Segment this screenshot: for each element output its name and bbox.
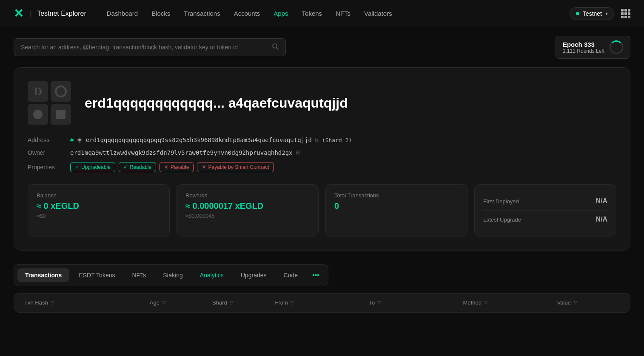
address-details: Address # ⋕ erd1qqqqqqqqqqqqqqpgq9ss82g5… — [28, 137, 616, 172]
filter-from-icon[interactable]: ▽ — [291, 300, 294, 305]
txn-value: 0 — [334, 201, 459, 211]
grid-dot-2 — [624, 9, 627, 11]
balance-usd: ≈$0 — [37, 213, 161, 219]
prop-payable-sc-label: Payable by Smart Contract — [208, 164, 269, 170]
prop-upgradeable: ✓ Upgradeable — [70, 162, 115, 172]
nav-transactions[interactable]: Transactions — [184, 10, 220, 17]
epoch-box: Epoch 333 1,111 Rounds Left — [556, 36, 630, 59]
txn-card: Total Transactions 0 — [325, 184, 467, 236]
filter-to-icon[interactable]: ▽ — [377, 300, 381, 305]
th-shard: Shard ▽ — [212, 299, 275, 306]
owner-label: Owner — [28, 149, 62, 156]
avatar-shape-circle — [55, 85, 67, 97]
address-value: # ⋕ erd1qqqqqqqqqqqqqqpgq9ss82g55h3k9689… — [70, 137, 352, 143]
latest-upgrade-row: Latest Upgrade N/A — [483, 211, 607, 228]
grid-dot-7 — [621, 16, 624, 18]
rewards-label: Rewards — [185, 192, 310, 199]
balance-label: Balance — [37, 192, 161, 199]
th-shard-label: Shard — [212, 299, 227, 306]
svg-line-1 — [276, 48, 278, 49]
tabs-bar: Transactions ESDT Tokens NFTs Staking An… — [14, 264, 328, 286]
rewards-usd: ≈$0.000045 — [185, 213, 310, 219]
network-selector[interactable]: Testnet ▾ — [570, 7, 614, 20]
grid-dot-3 — [628, 9, 630, 11]
th-txn-hash: Txn Hash ▽ — [24, 299, 150, 306]
grid-dot-1 — [621, 9, 624, 11]
prop-payable-smart-contract: ✕ Payable by Smart Contract — [197, 162, 274, 172]
search-icon — [272, 43, 279, 51]
nav-accounts[interactable]: Accounts — [234, 10, 260, 17]
tab-upgrades[interactable]: Upgrades — [233, 268, 274, 282]
th-value-label: Value — [557, 299, 571, 306]
nav-dashboard[interactable]: Dashboard — [107, 10, 138, 17]
brand-name: Testnet Explorer — [37, 10, 86, 17]
check-icon-upgradeable: ✓ — [75, 164, 79, 170]
address-row: Address # ⋕ erd1qqqqqqqqqqqqqqpgq9ss82g5… — [28, 137, 616, 143]
nav-nfts[interactable]: NFTs — [336, 10, 350, 17]
stats-row: Balance ≈ 0 xEGLD ≈$0 Rewards ≈ 0.000001… — [28, 184, 616, 236]
nav-validators[interactable]: Validators — [364, 10, 392, 17]
tab-esdt-tokens[interactable]: ESDT Tokens — [71, 268, 123, 282]
th-from-label: From — [275, 299, 288, 306]
grid-dot-4 — [621, 12, 624, 15]
prop-payable: ✕ Payable — [160, 162, 194, 172]
transactions-table: Txn Hash ▽ Age ▽ Shard ▽ From ▽ To ▽ Met… — [14, 293, 630, 313]
search-input[interactable] — [21, 44, 268, 51]
latest-upgrade-label: Latest Upgrade — [483, 216, 521, 223]
filter-shard-icon[interactable]: ▽ — [230, 300, 233, 305]
nav-tokens[interactable]: Tokens — [302, 10, 322, 17]
grid-dot-8 — [624, 16, 627, 18]
deployed-card: First Deployed N/A Latest Upgrade N/A — [474, 184, 616, 236]
filter-age-icon[interactable]: ▽ — [162, 300, 165, 305]
avatar-shape-d: D — [34, 85, 42, 98]
chevron-down-icon: ▾ — [605, 11, 608, 17]
filter-value-icon[interactable]: ▽ — [573, 300, 577, 305]
tab-code[interactable]: Code — [276, 268, 305, 282]
brand: ✕ | Testnet Explorer — [14, 6, 86, 20]
x-icon-payable-sc: ✕ — [202, 164, 206, 170]
th-to: To ▽ — [369, 299, 463, 306]
owner-value: erd1mqa9wttlzwwdvwgk9dzsfdn79lv5raw0tfe9… — [70, 149, 299, 156]
tab-analytics[interactable]: Analytics — [192, 268, 231, 282]
network-name: Testnet — [583, 10, 602, 17]
apps-grid-button[interactable] — [621, 9, 630, 18]
epoch-title: Epoch 333 — [563, 41, 604, 48]
avatar-cell-tr — [51, 81, 71, 102]
avatar-cell-tl: D — [28, 81, 48, 102]
th-to-label: To — [369, 299, 375, 306]
tab-staking[interactable]: Staking — [155, 268, 191, 282]
filter-method-icon[interactable]: ▽ — [484, 300, 487, 305]
navbar: ✕ | Testnet Explorer Dashboard Blocks Tr… — [0, 0, 644, 27]
tab-more-button[interactable]: ••• — [307, 268, 325, 282]
th-method-label: Method — [463, 299, 482, 306]
copy-owner-icon[interactable]: ⎘ — [296, 149, 299, 156]
properties-label: Properties — [28, 164, 62, 171]
tab-transactions[interactable]: Transactions — [17, 268, 69, 282]
copy-address-icon[interactable]: ⎘ — [315, 137, 319, 143]
contract-avatar: D — [28, 81, 71, 125]
tab-nfts[interactable]: NFTs — [124, 268, 154, 282]
x-icon-payable: ✕ — [164, 164, 168, 170]
balance-value: ≈ 0 xEGLD — [37, 201, 161, 211]
filter-txn-hash-icon[interactable]: ▽ — [51, 300, 54, 305]
th-age: Age ▽ — [150, 299, 212, 306]
owner-row: Owner erd1mqa9wttlzwwdvwgk9dzsfdn79lv5ra… — [28, 149, 616, 156]
nav-blocks[interactable]: Blocks — [151, 10, 170, 17]
txn-label: Total Transactions — [334, 192, 459, 199]
first-deployed-value: N/A — [596, 197, 607, 205]
th-age-label: Age — [150, 299, 160, 306]
prop-payable-label: Payable — [171, 164, 189, 170]
th-method: Method ▽ — [463, 299, 557, 306]
epoch-spinner — [610, 40, 623, 54]
nav-links: Dashboard Blocks Transactions Accounts A… — [107, 10, 570, 17]
nav-apps[interactable]: Apps — [274, 10, 288, 17]
grid-dot-6 — [628, 12, 630, 15]
rewards-value: ≈ 0.0000017 xEGLD — [185, 201, 310, 211]
search-bar — [14, 38, 286, 56]
address-title: erd1qqqqqqqqqqqq... a4qaefcuvaqutqjjd — [85, 95, 348, 111]
check-icon-readable: ✓ — [123, 164, 128, 170]
rewards-card: Rewards ≈ 0.0000017 xEGLD ≈$0.000045 — [177, 184, 319, 236]
network-status-dot — [576, 12, 579, 15]
prop-readable-label: Readable — [130, 164, 151, 170]
tabs-section: Transactions ESDT Tokens NFTs Staking An… — [14, 264, 630, 286]
